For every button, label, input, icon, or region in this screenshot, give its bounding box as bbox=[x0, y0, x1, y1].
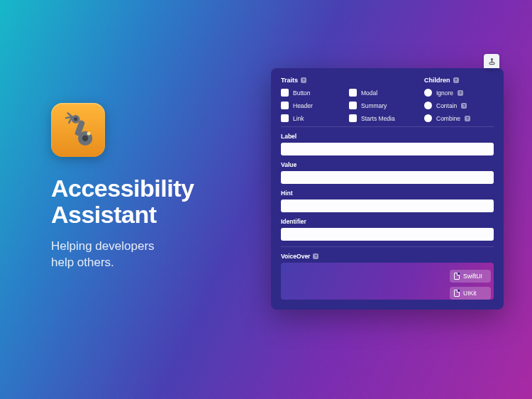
traits-section: Traits Button Modal Header bbox=[281, 77, 416, 122]
info-icon[interactable] bbox=[458, 90, 463, 96]
app-icon bbox=[51, 103, 105, 157]
hero-subtitle: Helping developers help others. bbox=[51, 239, 250, 271]
trait-modal[interactable]: Modal bbox=[349, 89, 413, 97]
document-icon bbox=[454, 273, 460, 280]
voiceover-heading: VoiceOver bbox=[281, 253, 494, 260]
checkbox-icon bbox=[349, 114, 357, 122]
divider bbox=[281, 126, 494, 127]
divider bbox=[281, 246, 494, 247]
hero-title: Accessibility Assistant bbox=[51, 175, 250, 229]
children-contain[interactable]: Contain bbox=[424, 102, 494, 109]
traits-heading: Traits bbox=[281, 77, 416, 84]
trait-button[interactable]: Button bbox=[281, 89, 345, 97]
trait-summary[interactable]: Summary bbox=[349, 102, 413, 109]
identifier-field-group: Identifier bbox=[281, 218, 494, 241]
value-field-label: Value bbox=[281, 161, 494, 168]
identifier-field-label: Identifier bbox=[281, 218, 494, 225]
hero-left: Accessibility Assistant Helping develope… bbox=[51, 103, 250, 271]
voiceover-area: SwiftUI UIKit bbox=[281, 263, 494, 300]
hint-input[interactable] bbox=[281, 200, 494, 212]
radio-icon bbox=[424, 114, 432, 122]
children-radio-list: Ignore Contain Combine bbox=[424, 89, 494, 122]
hero-subtitle-line2: help others. bbox=[51, 256, 114, 269]
checkbox-icon bbox=[349, 89, 357, 97]
svg-point-1 bbox=[82, 136, 88, 141]
copy-uikit-button[interactable]: UIKit bbox=[450, 287, 491, 300]
label-field-label: Label bbox=[281, 133, 494, 140]
info-icon[interactable] bbox=[461, 103, 467, 109]
assistant-panel-wrap: Traits Button Modal Header bbox=[271, 68, 504, 310]
trait-header[interactable]: Header bbox=[281, 102, 345, 109]
hint-field-label: Hint bbox=[281, 190, 494, 197]
children-heading: Children bbox=[424, 77, 494, 84]
info-icon[interactable] bbox=[313, 253, 318, 259]
hero-title-line2: Assistant bbox=[51, 201, 157, 228]
share-button[interactable] bbox=[484, 54, 499, 68]
checkbox-icon bbox=[281, 114, 289, 122]
value-field-group: Value bbox=[281, 161, 494, 184]
hero-title-line1: Accessibility bbox=[51, 175, 194, 202]
children-combine[interactable]: Combine bbox=[424, 114, 494, 122]
hint-field-group: Hint bbox=[281, 190, 494, 212]
label-field-group: Label bbox=[281, 133, 494, 155]
checkbox-icon bbox=[281, 102, 289, 109]
svg-point-4 bbox=[74, 117, 77, 121]
checkbox-icon bbox=[281, 89, 289, 97]
svg-rect-6 bbox=[489, 62, 494, 64]
document-icon bbox=[454, 290, 460, 297]
copy-swiftui-button[interactable]: SwiftUI bbox=[450, 270, 491, 283]
children-section: Children Ignore Contain bbox=[424, 77, 494, 122]
trait-link[interactable]: Link bbox=[281, 114, 345, 122]
copy-buttons: SwiftUI UIKit bbox=[450, 270, 491, 300]
info-icon[interactable] bbox=[453, 77, 459, 83]
top-options-row: Traits Button Modal Header bbox=[281, 77, 494, 122]
hero-subtitle-line1: Helping developers bbox=[51, 239, 155, 253]
value-input[interactable] bbox=[281, 171, 494, 184]
svg-point-5 bbox=[87, 132, 91, 136]
share-icon bbox=[488, 58, 496, 65]
info-icon[interactable] bbox=[301, 77, 306, 83]
assistant-panel: Traits Button Modal Header bbox=[271, 68, 504, 310]
info-icon[interactable] bbox=[465, 116, 470, 121]
identifier-input[interactable] bbox=[281, 228, 494, 241]
radio-icon bbox=[424, 89, 432, 97]
traits-grid: Button Modal Header Summary bbox=[281, 89, 416, 122]
trait-starts-media[interactable]: Starts Media bbox=[349, 114, 413, 122]
radio-icon bbox=[424, 102, 432, 109]
checkbox-icon bbox=[349, 102, 357, 109]
label-input[interactable] bbox=[281, 143, 494, 155]
children-ignore[interactable]: Ignore bbox=[424, 89, 494, 97]
